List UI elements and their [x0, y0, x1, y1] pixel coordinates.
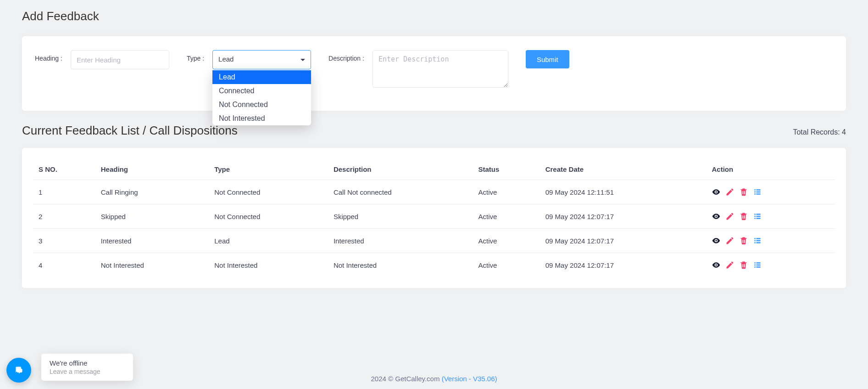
submit-wrap: Submit	[526, 50, 569, 68]
list-icon[interactable]	[753, 187, 762, 197]
delete-icon[interactable]	[739, 260, 748, 270]
view-icon[interactable]	[712, 236, 721, 245]
feedback-table-card: S NO.HeadingTypeDescriptionStatusCreate …	[22, 148, 846, 288]
type-option[interactable]: Connected	[212, 84, 311, 98]
cell-status: Active	[473, 204, 540, 229]
list-icon[interactable]	[753, 236, 762, 245]
column-header: S NO.	[33, 159, 95, 180]
cell-create_date: 09 May 2024 12:07:17	[540, 229, 707, 253]
description-label: Description :	[328, 50, 364, 62]
cell-status: Active	[473, 253, 540, 277]
cell-heading: Interested	[95, 229, 209, 253]
view-icon[interactable]	[712, 212, 721, 221]
type-field-group: Type : Lead LeadConnectedNot ConnectedNo…	[187, 50, 311, 69]
footer-copyright: 2024 © GetCalley.com	[371, 375, 441, 383]
edit-icon[interactable]	[725, 236, 734, 245]
cell-heading: Skipped	[95, 204, 209, 229]
version-link[interactable]: (Version - V35.06)	[442, 375, 497, 383]
column-header: Create Date	[540, 159, 707, 180]
cell-description: Not Interested	[328, 253, 473, 277]
column-header: Description	[328, 159, 473, 180]
type-label: Type :	[187, 50, 204, 62]
table-row: 3InterestedLeadInterestedActive09 May 20…	[33, 229, 835, 253]
cell-sno: 4	[33, 253, 95, 277]
cell-description: Skipped	[328, 204, 473, 229]
type-dropdown: LeadConnectedNot ConnectedNot Interested	[212, 70, 311, 125]
edit-icon[interactable]	[725, 260, 734, 270]
cell-action	[706, 229, 835, 253]
type-option[interactable]: Not Interested	[212, 112, 311, 125]
cell-heading: Not Interested	[95, 253, 209, 277]
description-textarea[interactable]	[373, 50, 508, 88]
type-option[interactable]: Not Connected	[212, 98, 311, 112]
chat-status-text: We're offline	[50, 359, 125, 367]
cell-create_date: 09 May 2024 12:07:17	[540, 253, 707, 277]
cell-create_date: 09 May 2024 12:11:51	[540, 180, 707, 204]
delete-icon[interactable]	[739, 187, 748, 197]
cell-sno: 2	[33, 204, 95, 229]
cell-heading: Call Ringing	[95, 180, 209, 204]
page-title: Add Feedback	[22, 9, 846, 23]
edit-icon[interactable]	[725, 212, 734, 221]
view-icon[interactable]	[712, 187, 721, 197]
cell-description: Call Not connected	[328, 180, 473, 204]
cell-sno: 3	[33, 229, 95, 253]
chat-prompt-text: Leave a message	[50, 368, 125, 375]
submit-button[interactable]: Submit	[526, 50, 569, 68]
description-field-group: Description :	[328, 50, 508, 88]
cell-description: Interested	[328, 229, 473, 253]
heading-input[interactable]	[71, 50, 169, 69]
table-row: 4Not InterestedNot InterestedNot Interes…	[33, 253, 835, 277]
cell-sno: 1	[33, 180, 95, 204]
chat-icon	[14, 366, 23, 375]
table-row: 1Call RingingNot ConnectedCall Not conne…	[33, 180, 835, 204]
cell-create_date: 09 May 2024 12:07:17	[540, 204, 707, 229]
cell-type: Lead	[209, 229, 328, 253]
list-title: Current Feedback List / Call Disposition…	[22, 124, 238, 138]
column-header: Heading	[95, 159, 209, 180]
cell-status: Active	[473, 180, 540, 204]
type-option[interactable]: Lead	[212, 70, 311, 84]
cell-status: Active	[473, 229, 540, 253]
edit-icon[interactable]	[725, 187, 734, 197]
cell-action	[706, 180, 835, 204]
add-feedback-card: Heading : Type : Lead LeadConnectedNot C…	[22, 36, 846, 111]
type-selected-value: Lead	[218, 55, 234, 63]
total-records: Total Records: 4	[793, 128, 846, 136]
cell-type: Not Connected	[209, 180, 328, 204]
chat-status-card[interactable]: We're offline Leave a message	[41, 354, 133, 381]
chat-bubble-button[interactable]	[6, 358, 31, 383]
cell-action	[706, 253, 835, 277]
list-icon[interactable]	[753, 212, 762, 221]
column-header: Action	[706, 159, 835, 180]
cell-action	[706, 204, 835, 229]
feedback-table: S NO.HeadingTypeDescriptionStatusCreate …	[33, 159, 835, 277]
cell-type: Not Connected	[209, 204, 328, 229]
column-header: Status	[473, 159, 540, 180]
heading-label: Heading :	[35, 50, 62, 62]
cell-type: Not Interested	[209, 253, 328, 277]
table-row: 2SkippedNot ConnectedSkippedActive09 May…	[33, 204, 835, 229]
delete-icon[interactable]	[739, 236, 748, 245]
column-header: Type	[209, 159, 328, 180]
type-select[interactable]: Lead	[212, 50, 311, 69]
heading-field-group: Heading :	[35, 50, 169, 69]
list-icon[interactable]	[753, 260, 762, 270]
delete-icon[interactable]	[739, 212, 748, 221]
view-icon[interactable]	[712, 260, 721, 270]
